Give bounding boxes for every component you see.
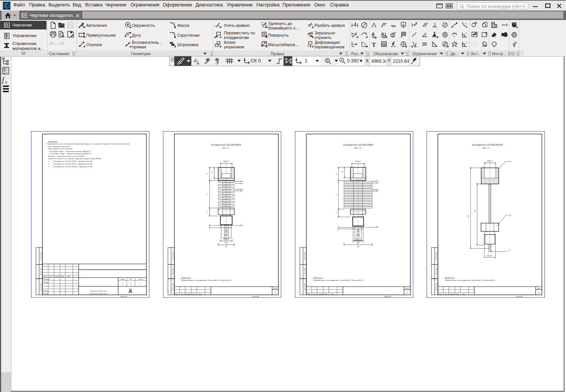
svg-text:Инв.№ подл.: Инв.№ подл. bbox=[40, 283, 42, 290]
svg-text:Инв.№ подл.: Инв.№ подл. bbox=[436, 252, 437, 259]
svg-text:Охладитель ОС100-0050: Охладитель ОС100-0050 bbox=[343, 144, 373, 146]
svg-text:для измерения давления: для измерения давления bbox=[48, 146, 70, 147]
svg-text:2: 2 bbox=[238, 180, 239, 181]
svg-text:Изм.: Изм. bbox=[308, 293, 310, 295]
svg-text:В комплекте представлены черте: В комплекте представлены чертежи следующ… bbox=[48, 158, 101, 160]
svg-text:S22: S22 bbox=[509, 215, 512, 216]
svg-text:ø12,5: ø12,5 bbox=[225, 235, 228, 236]
svg-text:14: 14 bbox=[538, 292, 540, 294]
svg-text:Охладитель ОС100-0К100 - диаме: Охладитель ОС100-0К100 - диаметр 2 мм bbox=[53, 166, 92, 167]
svg-text:М 1:1: М 1:1 bbox=[355, 147, 362, 149]
svg-text:Примечание: Примечание bbox=[181, 277, 191, 279]
svg-text:Инв.№ подл.: Инв.№ подл. bbox=[304, 283, 305, 290]
svg-text:Лист: Лист bbox=[129, 279, 132, 280]
svg-text:№ докум.: № докум. bbox=[54, 276, 60, 277]
svg-text:Инв.№ подл.: Инв.№ подл. bbox=[172, 268, 174, 275]
svg-text:T: T bbox=[372, 42, 376, 48]
svg-text:№ докум.: № докум. bbox=[185, 293, 191, 295]
svg-text:A: A bbox=[372, 32, 375, 36]
svg-text:Р: Р bbox=[122, 283, 123, 285]
svg-text:14: 14 bbox=[240, 224, 242, 225]
svg-text:М20х1,5: М20х1,5 bbox=[487, 160, 493, 162]
svg-text:Материал - коррозионностойкая: Материал - коррозионностойкая сталь 12Х1… bbox=[48, 155, 85, 157]
svg-text:Параметры охлаждения Твх=450°С: Параметры охлаждения Твх=450°С Твых=40°С bbox=[445, 279, 495, 281]
svg-text:Примечание: Примечание bbox=[445, 277, 455, 279]
svg-text:Лист: Лист bbox=[537, 288, 541, 289]
svg-text:Инв.№ подл.: Инв.№ подл. bbox=[436, 268, 437, 275]
svg-text:Инв.№ подл.: Инв.№ подл. bbox=[436, 283, 437, 290]
svg-text:Параметры охлаждения Твх=280°С: Параметры охлаждения Твх=280°С Твых=40°С bbox=[181, 279, 232, 281]
svg-text:75: 75 bbox=[336, 194, 337, 195]
svg-text:?: ? bbox=[465, 32, 467, 35]
svg-text:Охладитель ОС100-0025: Охладитель ОС100-0025 bbox=[211, 144, 241, 146]
svg-text:Лист: Лист bbox=[313, 293, 316, 295]
svg-text:12: 12 bbox=[336, 212, 337, 214]
svg-text:32: 32 bbox=[225, 246, 227, 247]
svg-text:Дата: Дата bbox=[199, 293, 202, 295]
svg-text:М14х1,5: М14х1,5 bbox=[355, 239, 361, 240]
svg-text:1122: 1122 bbox=[468, 215, 469, 218]
svg-text:Лист: Лист bbox=[273, 288, 277, 289]
svg-text:ø8: ø8 bbox=[225, 231, 227, 232]
svg-text:Примечание: Примечание bbox=[313, 277, 323, 279]
svg-text:A: A bbox=[402, 23, 405, 26]
svg-text:М20х1,5: М20х1,5 bbox=[223, 161, 229, 162]
svg-text:Формат А4: Формат А4 bbox=[516, 296, 523, 297]
svg-text:№ докум.: № докум. bbox=[449, 293, 454, 295]
svg-text:Подп.: Подп. bbox=[61, 276, 64, 277]
svg-text:?: ? bbox=[453, 35, 455, 38]
svg-text:Инв.№ подл.: Инв.№ подл. bbox=[172, 252, 174, 259]
svg-text:Чертежи охладителей: Чертежи охладителей bbox=[90, 290, 107, 292]
svg-text:Лист: Лист bbox=[181, 293, 184, 295]
svg-text:ø2: ø2 bbox=[509, 250, 510, 251]
svg-text:- на входе воды - наружная рез: - на входе воды - наружная резьба М20х1,… bbox=[48, 150, 91, 152]
svg-text:Инв.№ подл.: Инв.№ подл. bbox=[304, 268, 305, 275]
svg-text:Формат А4: Формат А4 bbox=[252, 296, 259, 297]
svg-text:14: 14 bbox=[375, 226, 377, 227]
svg-text:М20х1,5: М20х1,5 bbox=[487, 255, 493, 257]
svg-text:Лист: Лист bbox=[405, 288, 409, 289]
svg-text:?: ? bbox=[455, 42, 457, 45]
svg-text:М20х1,5: М20х1,5 bbox=[355, 161, 361, 162]
svg-text:Инв.№ подл.: Инв.№ подл. bbox=[40, 268, 42, 275]
svg-text:Охладитель ОС100-0025 - диамет: Охладитель ОС100-0025 - диаметр 25 мм bbox=[53, 160, 92, 162]
svg-text:М 1:1: М 1:1 bbox=[222, 147, 230, 149]
svg-text:12: 12 bbox=[274, 292, 276, 294]
svg-text:Стадия: Стадия bbox=[120, 279, 125, 280]
svg-text:27: 27 bbox=[336, 173, 337, 175]
svg-text:Разработал: Разработал bbox=[43, 279, 50, 280]
svg-text:Подп.: Подп. bbox=[456, 293, 459, 295]
svg-text:27: 27 bbox=[207, 173, 208, 175]
svg-text:Инв.№ подл.: Инв.№ подл. bbox=[304, 252, 305, 259]
svg-text:Лист: Лист bbox=[49, 276, 52, 277]
svg-text:- на выходе среды - внутренняя: - на выходе среды - внутренняя резьба М2… bbox=[48, 153, 91, 155]
svg-text:x: x bbox=[5, 79, 8, 85]
svg-text:S27: S27 bbox=[509, 161, 512, 163]
svg-text:ø12,5: ø12,5 bbox=[357, 234, 360, 236]
svg-text:ø21,3: ø21,3 bbox=[357, 242, 360, 243]
svg-text:ø21,3: ø21,3 bbox=[225, 242, 228, 243]
svg-text:Предназначены для охлаждения и: Предназначены для охлаждения измеряемой … bbox=[47, 143, 130, 145]
svg-text:Утвердил: Утвердил bbox=[43, 293, 49, 294]
svg-text:Изм.: Изм. bbox=[176, 293, 178, 295]
svg-text:18: 18 bbox=[342, 171, 343, 173]
svg-text:Н.контр.: Н.контр. bbox=[43, 290, 48, 291]
svg-text:Изм.: Изм. bbox=[439, 293, 442, 295]
svg-text:Проверил: Проверил bbox=[43, 282, 49, 283]
svg-text:Подп.: Подп. bbox=[192, 293, 196, 295]
svg-text:Параметры охлаждения Твх=280°С: Параметры охлаждения Твх=280°С Твых=40°С bbox=[313, 279, 364, 281]
svg-text:Инв.№ подл.: Инв.№ подл. bbox=[40, 252, 42, 259]
svg-text:Охладитель ОС100-0050 - диамет: Охладитель ОС100-0050 - диаметр 50 мм bbox=[53, 163, 92, 165]
svg-text:Листов: Листов bbox=[138, 279, 143, 280]
svg-text:11: 11 bbox=[130, 283, 132, 285]
svg-text:ø8: ø8 bbox=[357, 231, 359, 232]
svg-text:75: 75 bbox=[207, 194, 208, 195]
svg-text:Формат А4: Формат А4 bbox=[120, 296, 127, 297]
svg-text:Формат А4: Формат А4 bbox=[384, 296, 391, 297]
svg-text:12: 12 bbox=[207, 211, 208, 213]
svg-text:Дата: Дата bbox=[331, 293, 334, 295]
svg-text:13: 13 bbox=[406, 292, 408, 294]
svg-text:М 1:1: М 1:1 bbox=[483, 147, 490, 149]
svg-text:2: 2 bbox=[374, 180, 374, 181]
svg-text:М14х1,5: М14х1,5 bbox=[224, 239, 229, 240]
